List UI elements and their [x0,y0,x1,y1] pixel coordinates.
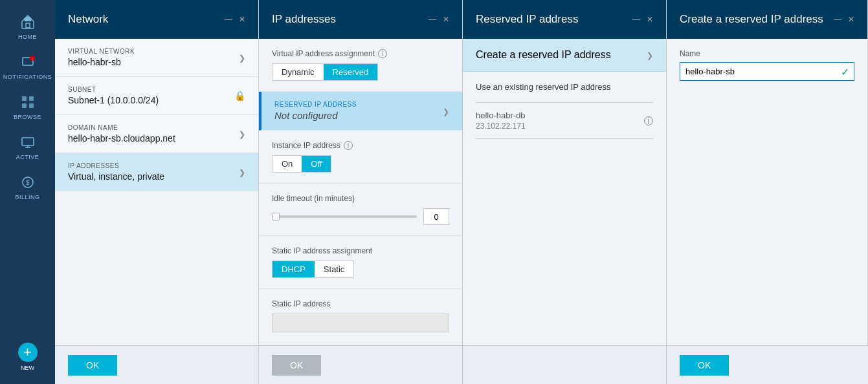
svg-text:!: ! [31,58,32,61]
nav-item-virtual-network[interactable]: VIRTUAL NETWORK hello-habr-sb [55,39,258,77]
create-panel-header: Create a reserved IP address — ✕ [667,0,867,39]
virtual-ip-label: Virtual IP address assignment i [272,49,449,58]
sidebar-new-section: + NEW [15,336,41,384]
network-panel-body: VIRTUAL NETWORK hello-habr-sb SUBNET Sub… [55,39,258,345]
dynamic-btn[interactable]: Dynamic [273,64,324,80]
bottom-create: OK [667,346,868,384]
new-button[interactable]: + NEW [15,336,41,378]
static-ip-toggle: DHCP Static [272,261,354,278]
ip-close-btn[interactable]: ✕ [443,15,449,24]
ip-panel-header: IP addresses — ✕ [259,0,462,39]
reserved-btn[interactable]: Reserved [324,64,378,80]
instance-ip-toggle: On Off [272,155,331,173]
notifications-icon: ! [19,53,37,71]
instance-ip-info-icon[interactable]: i [344,141,353,150]
panel-reserved: Reserved IP address — ✕ Create a reserve… [463,0,667,345]
sidebar-billing-label: BILLING [15,194,39,200]
reserved-window-controls: — ✕ [632,15,653,24]
svg-rect-9 [29,96,34,101]
ip-ok-button[interactable]: OK [272,355,321,376]
bottom-ip: OK [259,346,463,384]
static-ip-address-section: Static IP address [259,289,462,343]
nav-item-ip-addresses[interactable]: IP ADDRESSES Virtual, instance, private [55,153,258,191]
create-reserved-chevron [647,49,653,61]
network-close-btn[interactable]: ✕ [239,15,245,24]
sidebar: HOME ! NOTIFICATIONS BROWSE [0,0,55,384]
subnet-value: Subnet-1 (10.0.0.0/24) [68,95,234,105]
create-close-btn[interactable]: ✕ [848,15,854,24]
virtual-ip-toggle: Dynamic Reserved [272,63,378,81]
reserved-ip-chevron [443,105,449,117]
create-reserved-ip-item[interactable]: Create a reserved IP address [463,39,666,72]
billing-icon: $ [19,173,37,191]
idle-timeout-slider-container: 0 [272,208,449,225]
idle-timeout-slider[interactable] [272,215,417,218]
svg-rect-10 [22,103,27,108]
virtual-network-value: hello-habr-sb [68,57,239,67]
virtual-network-label: VIRTUAL NETWORK [68,48,239,55]
virtual-network-chevron [239,52,245,63]
reserved-existing-section: Use an existing reserved IP address hell… [463,72,666,157]
nav-item-domain[interactable]: DOMAIN NAME hello-habr-sb.cloudapp.net [55,115,258,153]
ip-item-address: 23.102.22.171 [476,122,644,131]
svg-rect-12 [22,138,34,145]
network-panel-header: Network — ✕ [55,0,258,39]
virtual-ip-info-icon[interactable]: i [378,49,387,58]
idle-timeout-section: Idle timeout (in minutes) 0 [259,184,462,236]
bottom-network: OK [55,346,259,384]
sidebar-item-active[interactable]: ACTIVE [0,127,55,167]
ip-item-name: hello-habr-db [476,111,644,120]
plus-icon: + [18,343,38,362]
sidebar-item-browse[interactable]: BROWSE [0,87,55,127]
static-btn[interactable]: Static [315,261,354,277]
reserved-ip-item[interactable]: RESERVED IP ADDRESS Not configured [259,92,462,131]
instance-ip-section: Instance IP address i On Off [259,131,462,184]
create-name-input[interactable] [680,62,854,81]
create-panel-title: Create a reserved IP address [680,13,823,26]
network-minimize-btn[interactable]: — [225,15,232,24]
create-name-section: Name ✓ [667,39,867,91]
lock-icon: 🔒 [234,91,245,101]
create-ok-button[interactable]: OK [680,355,729,376]
domain-value: hello-habr-sb.cloudapp.net [68,133,239,144]
static-ip-input[interactable] [272,314,449,332]
virtual-ip-assignment-section: Virtual IP address assignment i Dynamic … [259,39,462,92]
sidebar-item-home[interactable]: HOME [0,6,55,47]
dhcp-btn[interactable]: DHCP [273,261,315,277]
create-window-controls: — ✕ [834,15,854,24]
bottom-bar: OK OK OK [55,345,868,384]
sidebar-active-label: ACTIVE [16,154,39,160]
instance-on-btn[interactable]: On [273,156,302,172]
checkmark-icon: ✓ [841,65,849,78]
create-minimize-btn[interactable]: — [834,15,841,24]
svg-text:$: $ [25,179,29,186]
reserved-ip-label: RESERVED IP ADDRESS [274,101,443,108]
network-panel-title: Network [68,13,108,26]
idle-timeout-label: Idle timeout (in minutes) [272,194,449,203]
ip-window-controls: — ✕ [428,15,449,24]
reserved-panel-body: Create a reserved IP address Use an exis… [463,39,666,345]
ip-addresses-value: Virtual, instance, private [68,171,239,182]
subnet-label: SUBNET [68,86,234,93]
create-name-label: Name [680,49,854,58]
slider-thumb [272,213,280,220]
browse-icon [19,93,37,111]
ip-addresses-label: IP ADDRESSES [68,162,239,169]
nav-item-subnet[interactable]: SUBNET Subnet-1 (10.0.0.0/24) 🔒 [55,77,258,115]
svg-rect-8 [22,96,27,101]
main-content: Network — ✕ VIRTUAL NETWORK hello-habr-s… [55,0,868,384]
ip-minimize-btn[interactable]: — [428,15,436,24]
new-label: NEW [21,365,34,371]
reserved-close-btn[interactable]: ✕ [647,15,653,24]
bottom-reserved [463,346,667,384]
divider-bottom [476,138,653,139]
domain-label: DOMAIN NAME [68,124,239,131]
existing-reserved-title: Use an existing reserved IP address [476,82,653,92]
instance-off-btn[interactable]: Off [302,156,331,172]
ip-item-info-icon[interactable]: i [644,116,653,125]
reserved-minimize-btn[interactable]: — [632,15,640,24]
sidebar-item-billing[interactable]: $ BILLING [0,167,55,207]
sidebar-item-notifications[interactable]: ! NOTIFICATIONS [0,47,55,87]
network-ok-button[interactable]: OK [68,355,117,376]
ip-list-item[interactable]: hello-habr-db 23.102.22.171 i [476,111,653,131]
